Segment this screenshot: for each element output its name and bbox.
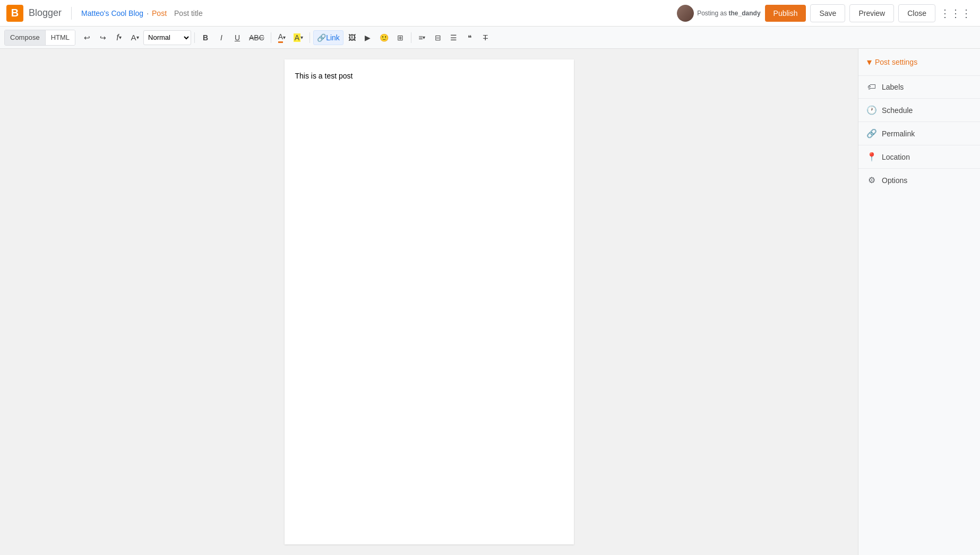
special-char-icon: ⊞ xyxy=(397,33,403,42)
dropdown-arrow-icon: ▾ xyxy=(283,34,286,40)
redo-icon: ↪ xyxy=(100,33,106,42)
permalink-label: Permalink xyxy=(882,129,915,138)
settings-item-options[interactable]: ⚙ Options xyxy=(858,168,980,192)
highlight-button[interactable]: A ▾ xyxy=(290,30,306,45)
toolbar-divider-2 xyxy=(271,32,271,43)
image-icon: 🖼 xyxy=(348,33,356,42)
font-family-button[interactable]: f ▾ xyxy=(111,30,126,45)
insert-video-button[interactable]: ▶ xyxy=(360,30,375,45)
nav-right-actions: Posting as the_dandy Publish Save Previe… xyxy=(677,4,974,22)
link-label: Link xyxy=(326,33,340,42)
publish-button[interactable]: Publish xyxy=(765,5,806,22)
settings-item-labels[interactable]: 🏷 Labels xyxy=(858,75,980,98)
avatar xyxy=(677,5,694,22)
apps-icon[interactable]: ⋮⋮⋮ xyxy=(940,7,972,20)
text-color-button[interactable]: A ▾ xyxy=(274,30,289,45)
italic-button[interactable]: I xyxy=(214,30,229,45)
editor-toolbar: Compose HTML ↩ ↪ f ▾ A ▾ Normal Heading … xyxy=(0,27,980,49)
post-settings-header[interactable]: ▾ Post settings xyxy=(858,49,980,75)
clock-icon: 🕐 xyxy=(867,105,876,115)
main-area: This is a test post ▾ Post settings 🏷 La… xyxy=(0,49,980,555)
settings-item-location[interactable]: 📍 Location xyxy=(858,145,980,168)
editor-paper[interactable]: This is a test post xyxy=(285,59,574,544)
username: the_dandy xyxy=(729,10,761,17)
post-section-label: Post xyxy=(152,9,167,18)
ordered-list-button[interactable]: ⊟ xyxy=(431,30,445,45)
breadcrumb: Matteo's Cool Blog · Post xyxy=(81,9,672,18)
top-nav: B Blogger Matteo's Cool Blog · Post Post… xyxy=(0,0,980,27)
save-button[interactable]: Save xyxy=(810,4,845,22)
preview-button[interactable]: Preview xyxy=(849,4,894,22)
quote-icon: ❝ xyxy=(468,33,472,42)
settings-item-permalink[interactable]: 🔗 Permalink xyxy=(858,122,980,145)
insert-emoji-button[interactable]: 🙂 xyxy=(376,30,392,45)
bold-icon: B xyxy=(203,33,208,42)
html-mode-button[interactable]: HTML xyxy=(46,30,75,45)
redo-button[interactable]: ↪ xyxy=(96,30,110,45)
dropdown-arrow-icon: ▾ xyxy=(423,34,425,40)
posting-as-label: Posting as the_dandy xyxy=(697,10,760,17)
permalink-icon: 🔗 xyxy=(867,128,876,138)
location-pin-icon: 📍 xyxy=(867,152,876,162)
unordered-list-button[interactable]: ☰ xyxy=(446,30,461,45)
align-button[interactable]: ≡ ▾ xyxy=(415,30,429,45)
undo-icon: ↩ xyxy=(84,33,90,42)
close-button[interactable]: Close xyxy=(898,4,935,22)
text-color-icon: A xyxy=(278,32,283,43)
location-label: Location xyxy=(882,153,910,161)
compose-html-toggle: Compose HTML xyxy=(4,30,75,46)
dropdown-arrow-icon: ▾ xyxy=(119,34,122,40)
quote-button[interactable]: ❝ xyxy=(462,30,477,45)
blog-name-link[interactable]: Matteo's Cool Blog xyxy=(81,9,143,18)
bold-button[interactable]: B xyxy=(198,30,213,45)
settings-item-schedule[interactable]: 🕐 Schedule xyxy=(858,98,980,122)
toolbar-divider-1 xyxy=(194,32,195,43)
align-icon: ≡ xyxy=(418,33,423,42)
labels-label: Labels xyxy=(882,83,904,91)
insert-image-button[interactable]: 🖼 xyxy=(345,30,359,45)
editor-content: This is a test post xyxy=(295,72,353,80)
avatar-image xyxy=(677,5,694,22)
strikethrough-button[interactable]: ABC xyxy=(246,30,268,45)
special-char-button[interactable]: ⊞ xyxy=(393,30,408,45)
ordered-list-icon: ⊟ xyxy=(435,33,441,42)
compose-mode-button[interactable]: Compose xyxy=(5,30,46,45)
options-label: Options xyxy=(882,176,907,185)
right-panel: ▾ Post settings 🏷 Labels 🕐 Schedule 🔗 Pe… xyxy=(858,49,980,555)
italic-icon: I xyxy=(220,33,222,42)
collapse-chevron-icon: ▾ xyxy=(867,56,872,68)
toolbar-divider-4 xyxy=(411,32,411,43)
toolbar-divider-3 xyxy=(310,32,310,43)
nav-divider xyxy=(71,7,72,20)
dropdown-arrow-icon: ▾ xyxy=(136,34,139,40)
breadcrumb-separator: · xyxy=(147,9,149,18)
clear-format-button[interactable]: T̶ xyxy=(478,30,493,45)
strikethrough-icon: ABC xyxy=(249,33,264,42)
app-title: Blogger xyxy=(29,7,62,19)
video-icon: ▶ xyxy=(365,33,371,42)
underline-button[interactable]: U xyxy=(230,30,245,45)
label-icon: 🏷 xyxy=(867,82,876,92)
undo-button[interactable]: ↩ xyxy=(80,30,94,45)
schedule-label: Schedule xyxy=(882,106,913,115)
underline-icon: U xyxy=(235,33,240,42)
unordered-list-icon: ☰ xyxy=(450,33,457,42)
link-icon: 🔗 xyxy=(317,33,326,42)
font-size-button[interactable]: A ▾ xyxy=(127,30,142,45)
posting-as-info: Posting as the_dandy xyxy=(677,5,760,22)
insert-link-button[interactable]: 🔗 Link xyxy=(313,30,343,45)
format-select[interactable]: Normal Heading 1 Heading 2 Heading 3 Hea… xyxy=(143,30,191,45)
editor-area: This is a test post xyxy=(0,49,858,555)
clear-format-icon: T̶ xyxy=(483,33,488,42)
post-title-input[interactable] xyxy=(174,9,672,18)
post-settings-title: Post settings xyxy=(875,58,917,66)
gear-icon: ⚙ xyxy=(867,175,876,185)
emoji-icon: 🙂 xyxy=(380,33,389,42)
dropdown-arrow-icon: ▾ xyxy=(300,34,303,40)
blogger-logo[interactable]: B xyxy=(6,5,23,22)
font-size-icon: A xyxy=(131,33,136,42)
highlight-icon: A xyxy=(294,33,300,42)
